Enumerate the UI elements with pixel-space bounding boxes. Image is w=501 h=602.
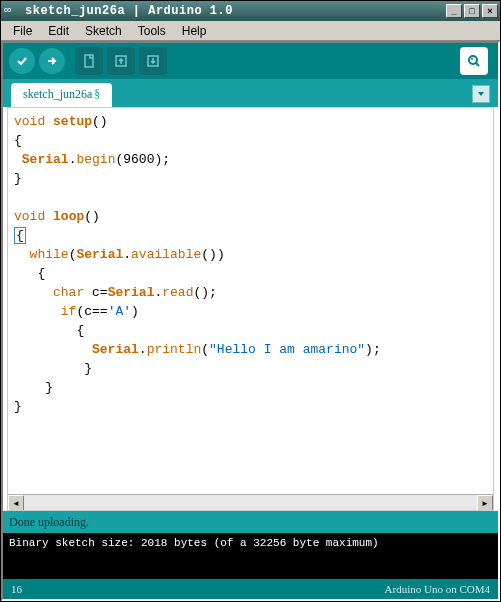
app-icon: ∞ [4, 3, 20, 19]
menu-edit[interactable]: Edit [40, 22, 77, 40]
scroll-track[interactable] [24, 495, 477, 510]
content-area: sketch_jun26a§ void setup() { Serial.beg… [1, 41, 500, 601]
horizontal-scrollbar[interactable]: ◄ ► [8, 494, 493, 510]
open-button[interactable] [107, 47, 135, 75]
footer-bar: 16 Arduino Uno on COM4 [3, 579, 498, 599]
verify-button[interactable] [9, 48, 35, 74]
minimize-button[interactable]: _ [446, 4, 462, 18]
line-number: 16 [11, 583, 22, 595]
tab-sketch[interactable]: sketch_jun26a§ [11, 83, 112, 107]
check-icon [15, 54, 29, 68]
menu-file[interactable]: File [5, 22, 40, 40]
chevron-down-icon [477, 90, 485, 98]
tab-label: sketch_jun26a [23, 87, 92, 101]
tab-modified-indicator: § [94, 87, 100, 101]
console-output: Binary sketch size: 2018 bytes (of a 322… [3, 533, 498, 579]
toolbar [3, 43, 498, 79]
arrow-right-icon [45, 54, 59, 68]
titlebar: ∞ sketch_jun26a | Arduino 1.0 _ □ × [1, 1, 500, 21]
menubar: File Edit Sketch Tools Help [1, 21, 500, 41]
scroll-right-button[interactable]: ► [477, 495, 493, 511]
upload-button[interactable] [39, 48, 65, 74]
menu-tools[interactable]: Tools [130, 22, 174, 40]
status-bar: Done uploading. [3, 511, 498, 533]
window-title: sketch_jun26a | Arduino 1.0 [23, 4, 444, 18]
tab-bar: sketch_jun26a§ [3, 79, 498, 107]
board-port-label: Arduino Uno on COM4 [385, 583, 490, 595]
save-button[interactable] [139, 47, 167, 75]
console-line: Binary sketch size: 2018 bytes (of a 322… [9, 537, 492, 549]
arrow-down-icon [146, 54, 160, 68]
menu-sketch[interactable]: Sketch [77, 22, 130, 40]
arduino-ide-window: ∞ sketch_jun26a | Arduino 1.0 _ □ × File… [0, 0, 501, 602]
code-editor[interactable]: void setup() { Serial.begin(9600); } voi… [8, 108, 493, 494]
svg-rect-0 [85, 55, 93, 67]
new-button[interactable] [75, 47, 103, 75]
magnifier-icon [466, 53, 482, 69]
status-text: Done uploading. [9, 515, 89, 530]
editor-container: void setup() { Serial.begin(9600); } voi… [7, 107, 494, 511]
scroll-left-button[interactable]: ◄ [8, 495, 24, 511]
close-button[interactable]: × [482, 4, 498, 18]
svg-point-3 [469, 56, 477, 64]
file-icon [82, 53, 96, 69]
maximize-button[interactable]: □ [464, 4, 480, 18]
svg-point-4 [471, 58, 473, 60]
arrow-up-icon [114, 54, 128, 68]
tab-menu-button[interactable] [472, 85, 490, 103]
serial-monitor-button[interactable] [460, 47, 488, 75]
menu-help[interactable]: Help [174, 22, 215, 40]
cursor-highlight: { [14, 227, 26, 244]
